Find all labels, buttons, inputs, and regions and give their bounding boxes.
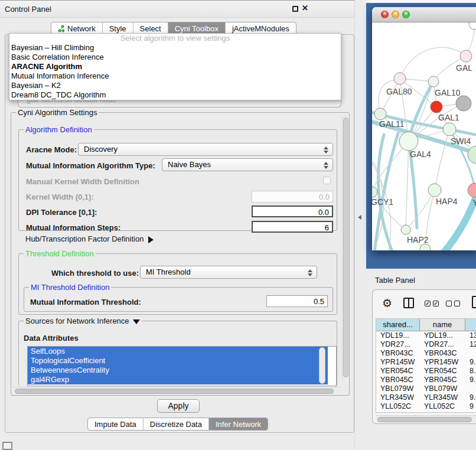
- data-attribute-item[interactable]: BetweennessCentrality: [28, 366, 328, 375]
- network-node[interactable]: [468, 146, 476, 164]
- settings-horizontal-scrollbar[interactable]: [12, 387, 341, 394]
- network-node[interactable]: [456, 96, 471, 111]
- algorithm-option[interactable]: Bayesian – Hill Climbing: [9, 43, 341, 53]
- table-row[interactable]: YPR145WYPR145W9.: [376, 358, 476, 367]
- tab-style[interactable]: Style: [103, 22, 133, 34]
- attributes-scrollbar-thumb[interactable]: [319, 347, 325, 384]
- network-selector-combo[interactable]: galFiltered.sif default node: [18, 99, 341, 107]
- algorithm-definition-group: Algorithm Definition Aracne Mode: Discov…: [18, 129, 337, 231]
- table-row[interactable]: YBL079WYBL079W: [376, 384, 476, 393]
- window-minimize-icon[interactable]: [392, 11, 399, 18]
- dpi-tolerance-input[interactable]: 0.0: [252, 206, 333, 217]
- table-cell: 9: [465, 402, 476, 411]
- network-node-label: HAP4: [436, 197, 458, 206]
- network-node[interactable]: [428, 184, 441, 197]
- table-horizontal-scrollbar[interactable]: [376, 415, 476, 423]
- checked-box-icon[interactable]: ✓: [433, 301, 439, 306]
- mi-algorithm-type-combobox[interactable]: Naive Bayes: [162, 158, 333, 171]
- network-node[interactable]: [401, 225, 410, 234]
- table-row[interactable]: YDR27...YDR27...12: [376, 340, 476, 349]
- data-attribute-item[interactable]: SelfLoops: [28, 347, 328, 356]
- float-panel-icon[interactable]: [292, 6, 298, 12]
- control-panel-title: Control Panel: [5, 5, 51, 14]
- data-attribute-item[interactable]: gal4RGexp: [28, 375, 328, 384]
- tab-jactivemnodules[interactable]: jActiveMNodules: [226, 22, 296, 34]
- settings-vertical-scrollbar[interactable]: [342, 116, 349, 381]
- table-cell: [465, 349, 476, 358]
- unchecked-box-icon[interactable]: [454, 301, 460, 306]
- table-row[interactable]: YLR345WYLR345W9.: [376, 393, 476, 402]
- tab-network[interactable]: Network: [51, 22, 103, 34]
- network-node[interactable]: [468, 183, 476, 197]
- table-cell: YDR27...: [420, 340, 465, 349]
- close-icon[interactable]: ✕: [302, 4, 308, 12]
- network-window-titlebar[interactable]: [372, 7, 476, 22]
- network-node[interactable]: [372, 187, 377, 197]
- table-row[interactable]: YDL19...YDL19...13: [376, 331, 476, 340]
- network-node[interactable]: [394, 73, 406, 84]
- collapse-splitter-icon[interactable]: [358, 215, 361, 220]
- which-threshold-combobox[interactable]: MI Threshold: [140, 266, 317, 279]
- table-row[interactable]: YBR043CYBR043C: [376, 349, 476, 358]
- algorithm-option[interactable]: Mutual Information Inference: [9, 71, 341, 81]
- table-cell: YLR345W: [376, 393, 420, 402]
- data-attribute-item[interactable]: TopologicalCoefficient: [28, 356, 328, 366]
- window-zoom-icon[interactable]: [402, 11, 410, 18]
- cyni-algorithm-settings-group: Cyni Algorithm Settings Algorithm Defini…: [11, 112, 350, 396]
- window-close-icon[interactable]: [381, 11, 389, 18]
- network-node[interactable]: [460, 50, 472, 62]
- kernel-width-input[interactable]: 0.0: [252, 191, 333, 203]
- table-row[interactable]: YBR045CYBR045C9.: [376, 376, 476, 384]
- network-node-label: GAL4: [410, 149, 431, 159]
- table-cell: [465, 384, 476, 393]
- network-node[interactable]: [399, 132, 418, 151]
- aracne-mode-combobox[interactable]: Discovery: [78, 143, 333, 156]
- file-icon[interactable]: [472, 296, 476, 308]
- network-node[interactable]: [428, 76, 439, 87]
- column-header[interactable]: name: [420, 319, 465, 331]
- algorithm-option[interactable]: Basic Correlation Inference: [9, 53, 341, 62]
- manual-kernel-width-checkbox[interactable]: [323, 177, 331, 184]
- checked-box-icon[interactable]: ✓: [425, 301, 431, 306]
- panel-splitter[interactable]: [354, 0, 366, 450]
- network-node-label: GAL10: [435, 88, 461, 97]
- tab-impute-data[interactable]: Impute Data: [88, 418, 144, 430]
- minimized-panel-icon[interactable]: [2, 442, 12, 450]
- tab-infer-network[interactable]: Infer Network: [209, 418, 268, 430]
- network-node-label: GAL: [456, 63, 472, 73]
- algorithm-option[interactable]: ARACNE Algorithm: [9, 62, 341, 71]
- table-cell: YPR145W: [420, 358, 465, 367]
- expanded-arrow-icon[interactable]: [133, 319, 140, 324]
- algorithm-option[interactable]: Dream8 DC_TDC Algorithm: [9, 90, 341, 100]
- aracne-mode-value: Discovery: [84, 145, 118, 154]
- kernel-width-label: Kernel Width (0,1):: [26, 193, 94, 201]
- split-columns-icon[interactable]: [403, 298, 414, 308]
- tab-cyni-toolbox[interactable]: Cyni Toolbox: [168, 22, 226, 34]
- network-canvas[interactable]: GALGAL80GAL10GAL1GAL11SWI4GAL4GCY1HAP4YH…: [372, 22, 476, 250]
- column-header[interactable]: shared...: [376, 319, 420, 331]
- mi-threshold-input[interactable]: 0.5: [266, 295, 328, 307]
- which-threshold-label: Which threshold to use:: [51, 269, 139, 278]
- network-node[interactable]: [431, 101, 442, 113]
- network-node[interactable]: [420, 244, 431, 250]
- tab-select[interactable]: Select: [133, 22, 168, 34]
- gear-icon[interactable]: ⚙: [382, 296, 392, 310]
- aracne-mode-label: Aracne Mode:: [26, 145, 77, 154]
- table-row[interactable]: YER054CYER054C8.: [376, 367, 476, 376]
- tab-discretize-data[interactable]: Discretize Data: [144, 418, 209, 430]
- table-row[interactable]: YLL052CYLL052C9: [376, 402, 476, 411]
- apply-button[interactable]: Apply: [157, 399, 200, 413]
- mi-steps-label: Mutual Information Steps:: [26, 223, 120, 232]
- mi-steps-input[interactable]: 6: [252, 221, 333, 233]
- network-node[interactable]: [469, 22, 476, 30]
- column-header[interactable]: A: [465, 319, 476, 331]
- network-node[interactable]: [374, 108, 386, 120]
- algorithm-option[interactable]: Bayesian – K2: [9, 81, 341, 90]
- data-attributes-list[interactable]: SelfLoopsTopologicalCoefficientBetweenne…: [27, 346, 337, 386]
- unchecked-box-icon[interactable]: [446, 301, 452, 306]
- hub-tf-definition-toggle[interactable]: Hub/Transcription Factor Definition: [25, 234, 154, 243]
- algorithm-dropdown-prompt: Select algorithm to view settings: [9, 34, 341, 43]
- table-panel-box: ⚙ ✓ ✓ shared...nameA YDL19...YDL19...13Y…: [372, 289, 476, 424]
- network-node[interactable]: [443, 123, 456, 136]
- node-table[interactable]: shared...nameA YDL19...YDL19...13YDR27..…: [376, 318, 476, 413]
